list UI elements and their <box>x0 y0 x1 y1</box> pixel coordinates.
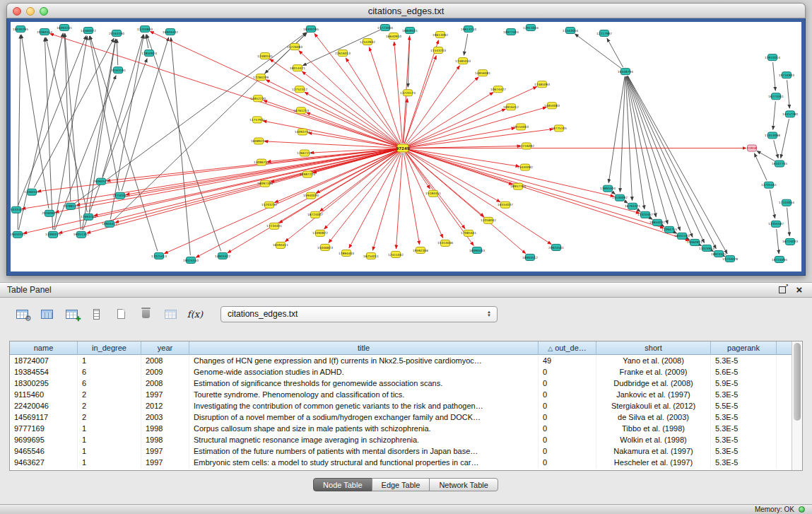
network-node[interactable]: 59051351 <box>73 231 89 238</box>
column-header-in_degree[interactable]: in_degree <box>78 341 141 355</box>
new-document-button[interactable] <box>110 305 131 323</box>
column-header-pagerank[interactable]: pagerank <box>711 341 777 355</box>
network-node[interactable]: 15530092 <box>612 194 628 201</box>
network-node[interactable]: 18300295 <box>303 26 319 33</box>
network-node[interactable]: 20163191 <box>110 67 126 74</box>
network-node[interactable]: 97249 <box>396 144 409 152</box>
network-node[interactable]: 17284209 <box>253 74 269 81</box>
show-columns-button[interactable] <box>36 305 57 323</box>
network-node[interactable]: 16041183 <box>674 233 690 239</box>
rows-button[interactable] <box>86 305 107 323</box>
network-node[interactable]: 15910014 <box>765 54 780 61</box>
network-node[interactable]: 13390075 <box>45 231 61 238</box>
network-node[interactable]: 16849501 <box>402 28 418 34</box>
edit-table-button[interactable] <box>61 305 82 323</box>
network-node[interactable]: 15203212 <box>261 201 277 208</box>
tab-edge-table[interactable]: Edge Table <box>372 478 430 491</box>
table-row[interactable]: 969969511998Structural magnetic resonanc… <box>10 434 792 445</box>
network-node[interactable]: 12913004 <box>523 25 539 31</box>
network-node[interactable]: 13490872 <box>312 230 328 236</box>
network-node[interactable]: 19613092 <box>433 32 448 38</box>
network-node[interactable]: 18993412 <box>522 254 538 260</box>
tab-network-table[interactable]: Network Table <box>429 478 498 491</box>
network-node[interactable]: 11543044 <box>563 28 578 34</box>
function-builder-button[interactable]: f(x) <box>184 305 206 323</box>
table-row[interactable]: 1872400712008Changes of HCN gene express… <box>10 355 792 366</box>
scrollbar-thumb[interactable] <box>794 343 801 421</box>
table-row[interactable]: 946554611997Estimation of the future num… <box>10 445 792 457</box>
network-node[interactable]: 16904411 <box>102 221 117 227</box>
network-node[interactable]: 11850924 <box>141 50 157 57</box>
network-node[interactable]: 19592306 <box>413 247 428 253</box>
network-node[interactable]: 15940034 <box>303 192 319 199</box>
network-node[interactable]: 19734903 <box>779 72 794 78</box>
close-panel-button[interactable]: × <box>794 284 805 296</box>
network-node[interactable]: 17667215 <box>297 150 312 156</box>
network-node[interactable]: 18724095 <box>772 256 787 262</box>
network-node[interactable]: 26060574 <box>93 178 109 185</box>
network-node[interactable]: 19154003 <box>513 124 529 130</box>
network-canvas[interactable]: 9724911543203174850331485608110674427169… <box>11 22 801 271</box>
table-settings-button[interactable] <box>11 305 33 323</box>
float-panel-button[interactable] <box>777 284 788 296</box>
column-header-title[interactable]: title <box>189 341 539 355</box>
network-node[interactable]: 19613210 <box>461 26 476 33</box>
column-header-name[interactable]: name <box>10 341 78 355</box>
network-node[interactable]: 12217987 <box>596 30 612 37</box>
network-node[interactable]: 16254011 <box>363 252 379 259</box>
network-node[interactable]: 17693204 <box>81 214 96 220</box>
network-node[interactable]: 13304587 <box>768 221 784 227</box>
network-node[interactable]: 15233078 <box>722 255 738 262</box>
table-row[interactable]: 946362711997Embryonic stem cells: a mode… <box>10 457 792 468</box>
network-node[interactable]: 12480541 <box>257 53 273 59</box>
network-node[interactable]: 17894403 <box>339 250 354 256</box>
network-node[interactable]: 12058042 <box>481 217 496 223</box>
network-node[interactable]: 14852230 <box>250 95 266 102</box>
network-node[interactable]: 22616013 <box>335 50 351 57</box>
network-node[interactable]: 19024550 <box>183 257 199 263</box>
network-node[interactable]: 18097334 <box>257 180 273 187</box>
network-node[interactable]: 18030295 <box>13 26 28 33</box>
network-node[interactable]: 13320457 <box>637 211 653 218</box>
network-node[interactable]: 16089227 <box>251 138 266 144</box>
table-selector-combo[interactable]: citations_edges.txt▲▼ <box>220 306 498 322</box>
network-node[interactable]: 15033104 <box>11 206 24 213</box>
network-node[interactable]: 16090433 <box>469 247 485 253</box>
vertical-scrollbar[interactable] <box>792 341 802 470</box>
network-node[interactable]: 15046823 <box>317 244 333 250</box>
network-node[interactable]: 15440092 <box>517 164 533 170</box>
network-node[interactable]: 14560072 <box>81 28 96 34</box>
network-node[interactable]: 20260931 <box>42 210 57 216</box>
table-row[interactable]: 911546021997Tourette syndrome. Phenomeno… <box>10 389 792 400</box>
network-node[interactable]: 20924501 <box>548 244 564 250</box>
column-header-short[interactable]: short <box>596 341 711 355</box>
network-node[interactable]: 16554037 <box>498 201 513 208</box>
network-node[interactable]: 19460921 <box>687 239 702 245</box>
network-node[interactable]: 17485033 <box>455 58 471 64</box>
network-node[interactable]: 15314046 <box>437 240 453 246</box>
network-node[interactable]: 15958 <box>747 145 757 151</box>
network-node[interactable]: 13220174 <box>400 90 416 96</box>
delete-button[interactable] <box>135 305 156 323</box>
network-node[interactable]: 12750331 <box>112 192 128 199</box>
table-row[interactable]: 2242004622012Investigating the contribut… <box>10 400 792 411</box>
column-header-year[interactable]: year <box>141 341 189 355</box>
network-node[interactable]: 11024953 <box>699 245 714 251</box>
network-node[interactable]: 14452280 <box>782 111 798 117</box>
network-node[interactable]: 14850083 <box>544 103 560 109</box>
network-node[interactable]: 18854032 <box>649 219 665 226</box>
network-node[interactable]: 17893304 <box>600 185 616 192</box>
column-header-out_de[interactable]: △out_de… <box>539 341 596 355</box>
network-node[interactable]: 12094755 <box>661 226 677 233</box>
table-row[interactable]: 977716911998Corpus callosum shape and si… <box>10 423 792 434</box>
network-node[interactable]: 12752312 <box>292 86 307 93</box>
network-node[interactable]: 11543203 <box>430 47 446 54</box>
network-node[interactable]: 11757931 <box>249 117 265 123</box>
network-node[interactable]: 16904432 <box>163 29 178 35</box>
network-node[interactable]: 19450332 <box>11 231 25 238</box>
network-node[interactable]: 18957764 <box>510 183 526 189</box>
network-node[interactable]: 16273341 <box>768 93 784 100</box>
network-node[interactable]: 16640910 <box>386 33 401 40</box>
table-row[interactable]: 1456911722003Disruption of a novel membe… <box>10 411 792 423</box>
network-node[interactable]: 16724033 <box>782 238 798 245</box>
